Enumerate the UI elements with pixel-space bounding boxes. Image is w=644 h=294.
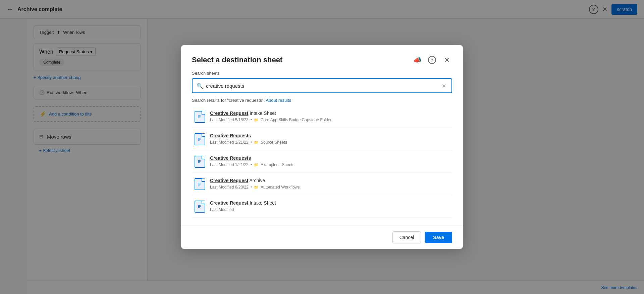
result-info-1: Creative Request Intake Sheet Last Modif…: [210, 110, 449, 122]
folder-icon-1: 📁: [254, 118, 259, 122]
result-item-5[interactable]: Creative Request Intake Sheet Last Modif…: [192, 195, 452, 218]
modified-date-3: Last Modified 1/21/22: [210, 162, 249, 167]
svg-rect-5: [198, 140, 200, 141]
results-text: Search results for "creative requests".: [192, 98, 265, 103]
result-item-1[interactable]: Creative Request Intake Sheet Last Modif…: [192, 105, 452, 128]
svg-rect-1: [198, 117, 201, 117]
announce-icon-btn[interactable]: 📣: [412, 55, 423, 65]
cancel-button[interactable]: Cancel: [392, 231, 421, 243]
result-meta-5: Last Modified: [210, 207, 449, 212]
result-title-5: Creative Request Intake Sheet: [210, 200, 449, 206]
modified-date-1: Last Modified 5/18/23: [210, 118, 249, 122]
svg-rect-0: [198, 116, 201, 116]
modal-help-button[interactable]: ?: [427, 55, 437, 65]
result-meta-4: Last Modified 8/28/22 • 📁 Automated Work…: [210, 185, 449, 190]
result-meta-1: Last Modified 5/18/23 • 📁 Core App Skill…: [210, 118, 449, 122]
clear-search-button[interactable]: ✕: [440, 81, 447, 90]
destination-sheet-modal: Select a destination sheet 📣 ? ✕ Search …: [181, 45, 463, 249]
result-info-5: Creative Request Intake Sheet Last Modif…: [210, 200, 449, 212]
result-meta-2: Last Modified 1/21/22 • 📁 Source Sheets: [210, 140, 449, 145]
svg-rect-11: [198, 185, 200, 186]
search-results-label: Search results for "creative requests". …: [192, 98, 452, 103]
result-info-4: Creative Request Archive Last Modified 8…: [210, 177, 449, 190]
folder-name-1: Core App Skills Badge Capstone Folder: [261, 118, 331, 122]
folder-name-4: Automated Workflows: [261, 185, 300, 190]
modal-footer: Cancel Save: [181, 226, 463, 249]
svg-rect-14: [198, 207, 200, 208]
modal-title: Select a destination sheet: [192, 56, 408, 64]
folder-name-3: Examples - Sheets: [261, 162, 294, 167]
result-title-1: Creative Request Intake Sheet: [210, 110, 449, 116]
sheet-icon-2: [195, 133, 205, 145]
svg-rect-13: [198, 206, 201, 207]
result-item-2[interactable]: Creative Requests Last Modified 1/21/22 …: [192, 128, 452, 150]
search-label: Search sheets: [192, 71, 452, 76]
svg-rect-9: [198, 183, 201, 183]
svg-rect-2: [198, 118, 200, 118]
modal-help-icon: ?: [428, 56, 436, 64]
results-list: Creative Request Intake Sheet Last Modif…: [192, 105, 452, 218]
svg-rect-10: [198, 184, 201, 185]
folder-icon-3: 📁: [254, 163, 259, 167]
about-results-link[interactable]: About results: [266, 98, 291, 103]
sheet-icon-5: [195, 201, 205, 213]
result-title-4: Creative Request Archive: [210, 177, 449, 183]
result-title-3: Creative Requests: [210, 155, 449, 161]
sheet-icon-1: [195, 111, 205, 123]
search-box-wrapper: 🔍 ✕: [192, 78, 452, 93]
search-input[interactable]: [206, 83, 440, 89]
result-info-2: Creative Requests Last Modified 1/21/22 …: [210, 133, 449, 145]
modal-body: Search sheets 🔍 ✕ Search results for "cr…: [181, 71, 463, 226]
folder-icon-4: 📁: [254, 185, 259, 190]
svg-rect-8: [198, 162, 200, 163]
modified-date-5: Last Modified: [210, 207, 234, 212]
announce-icon: 📣: [413, 56, 422, 64]
save-button[interactable]: Save: [425, 232, 452, 243]
sheet-icon-4: [195, 178, 205, 190]
svg-rect-6: [198, 160, 201, 161]
result-info-3: Creative Requests Last Modified 1/21/22 …: [210, 155, 449, 167]
result-item-3[interactable]: Creative Requests Last Modified 1/21/22 …: [192, 150, 452, 173]
folder-icon-2: 📁: [254, 140, 259, 145]
modified-date-2: Last Modified 1/21/22: [210, 140, 249, 145]
svg-rect-7: [198, 161, 201, 162]
result-meta-3: Last Modified 1/21/22 • 📁 Examples - She…: [210, 162, 449, 167]
folder-name-2: Source Sheets: [261, 140, 287, 145]
svg-rect-4: [198, 139, 201, 140]
close-icon: ✕: [444, 56, 450, 64]
svg-rect-12: [198, 205, 201, 206]
modal-close-button[interactable]: ✕: [441, 55, 452, 65]
search-icon: 🔍: [197, 83, 203, 89]
svg-rect-3: [198, 138, 201, 139]
modal-header: Select a destination sheet 📣 ? ✕: [181, 45, 463, 71]
modal-header-icons: 📣 ? ✕: [412, 55, 452, 65]
result-item-4[interactable]: Creative Request Archive Last Modified 8…: [192, 173, 452, 195]
sheet-icon-3: [195, 156, 205, 168]
result-title-2: Creative Requests: [210, 133, 449, 139]
modified-date-4: Last Modified 8/28/22: [210, 185, 249, 190]
